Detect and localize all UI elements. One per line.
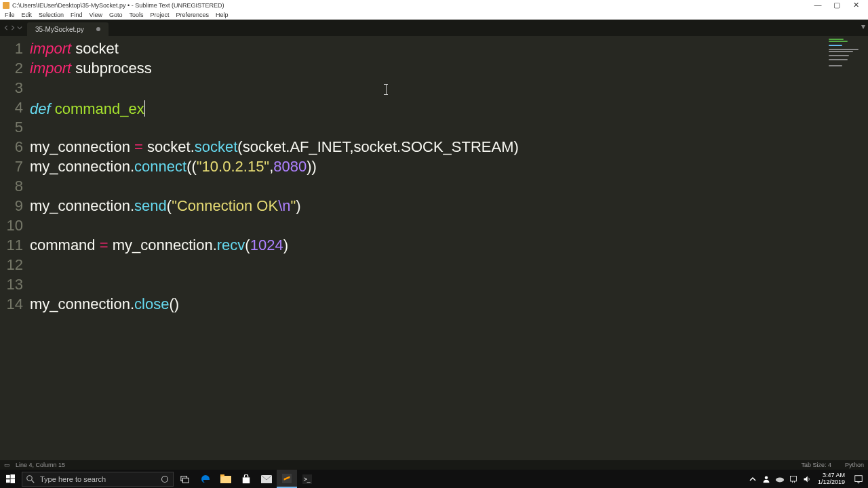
- window-titlebar: C:\Users\IEUser\Desktop\35-MySocket.py •…: [0, 0, 868, 10]
- code-line: [30, 176, 827, 196]
- svg-point-4: [27, 475, 33, 481]
- unsaved-indicator-icon: [96, 27, 100, 31]
- menu-selection[interactable]: Selection: [35, 12, 67, 18]
- mail-icon[interactable]: [256, 470, 277, 488]
- onedrive-icon[interactable]: [773, 470, 787, 488]
- code-line: [30, 274, 827, 294]
- line-number-gutter: 1 2 3 4 5 6 7 8 9 10 11 12 13 14: [0, 36, 30, 460]
- svg-rect-0: [6, 475, 10, 479]
- svg-text:>_: >_: [304, 475, 311, 482]
- code-line: [30, 216, 827, 235]
- menu-bar: File Edit Selection Find View Goto Tools…: [0, 10, 868, 20]
- line-number: 14: [0, 294, 23, 314]
- terminal-icon[interactable]: >_: [297, 470, 317, 488]
- svg-rect-18: [790, 476, 796, 481]
- close-button[interactable]: ✕: [846, 1, 865, 9]
- line-number: 12: [0, 255, 23, 274]
- start-button[interactable]: [0, 470, 20, 488]
- code-line: import subprocess: [30, 58, 827, 78]
- svg-point-16: [765, 476, 768, 479]
- tab-label: 35-MySocket.py: [35, 26, 84, 33]
- svg-rect-10: [220, 474, 224, 476]
- svg-rect-11: [243, 477, 250, 483]
- tab-size[interactable]: Tab Size: 4: [801, 462, 831, 468]
- code-line: command = my_connection.recv(1024): [30, 235, 827, 255]
- taskbar-search[interactable]: Type here to search: [22, 472, 174, 487]
- line-number: 4: [0, 98, 23, 117]
- clock-date: 1/12/2019: [818, 479, 845, 486]
- task-view-button[interactable]: [175, 470, 195, 488]
- cursor-position: Line 4, Column 15: [16, 462, 787, 468]
- system-tray: 3:47 AM 1/12/2019: [746, 470, 868, 488]
- sublime-taskbar-icon[interactable]: [277, 470, 297, 488]
- menu-preferences[interactable]: Preferences: [172, 12, 212, 18]
- editor-area[interactable]: 1 2 3 4 5 6 7 8 9 10 11 12 13 14 import …: [0, 36, 868, 460]
- line-number: 5: [0, 117, 23, 137]
- menu-edit[interactable]: Edit: [18, 12, 36, 18]
- line-number: 8: [0, 176, 23, 196]
- panel-switcher-icon[interactable]: ▭: [4, 462, 10, 468]
- volume-icon[interactable]: [800, 470, 814, 488]
- code-line: def command_ex: [30, 98, 827, 117]
- menu-view[interactable]: View: [86, 12, 106, 18]
- nav-down-icon[interactable]: [17, 25, 22, 30]
- nav-forward-icon[interactable]: [10, 25, 16, 30]
- code-line: my_connection.connect(("10.0.2.15",8080)…: [30, 157, 827, 176]
- tray-expand-icon[interactable]: [746, 470, 760, 488]
- sublime-app-icon: [3, 2, 9, 9]
- taskbar-apps: >_: [175, 470, 317, 488]
- network-icon[interactable]: [787, 470, 800, 488]
- menu-tools[interactable]: Tools: [125, 12, 146, 18]
- editor-ibeam-cursor: [386, 85, 387, 94]
- window-title: C:\Users\IEUser\Desktop\35-MySocket.py •…: [12, 2, 224, 9]
- svg-rect-21: [855, 475, 863, 481]
- cortana-mic-icon[interactable]: [161, 475, 169, 483]
- code-line: my_connection.send("Connection OK\n"): [30, 196, 827, 216]
- store-icon[interactable]: [236, 470, 256, 488]
- file-tab[interactable]: 35-MySocket.py: [27, 22, 108, 36]
- line-number: 6: [0, 137, 23, 157]
- maximize-button[interactable]: ▢: [827, 1, 846, 9]
- syntax-language[interactable]: Python: [845, 462, 864, 468]
- svg-rect-8: [183, 478, 189, 483]
- window-controls: — ▢ ✕: [808, 1, 865, 9]
- code-line: [30, 255, 827, 274]
- line-number: 3: [0, 78, 23, 98]
- svg-rect-1: [10, 474, 15, 479]
- line-number: 13: [0, 274, 23, 294]
- code-content[interactable]: import socket import subprocess def comm…: [30, 36, 827, 460]
- code-line: my_connection = socket.socket(socket.AF_…: [30, 137, 827, 157]
- search-placeholder: Type here to search: [40, 475, 106, 483]
- notification-center-icon[interactable]: [849, 470, 868, 488]
- taskbar-clock[interactable]: 3:47 AM 1/12/2019: [814, 472, 849, 486]
- menu-file[interactable]: File: [1, 12, 18, 18]
- line-number: 10: [0, 216, 23, 235]
- line-number: 2: [0, 58, 23, 78]
- line-number: 7: [0, 157, 23, 176]
- code-line: my_connection.close(): [30, 294, 827, 314]
- menu-help[interactable]: Help: [212, 12, 232, 18]
- text-cursor: [144, 100, 145, 117]
- edge-browser-icon[interactable]: [195, 470, 216, 488]
- windows-logo-icon: [6, 474, 15, 483]
- code-line: import socket: [30, 39, 827, 58]
- menu-find[interactable]: Find: [67, 12, 86, 18]
- menu-project[interactable]: Project: [146, 12, 172, 18]
- line-number: 1: [0, 39, 23, 58]
- file-explorer-icon[interactable]: [216, 470, 236, 488]
- svg-rect-2: [6, 479, 10, 483]
- code-line: [30, 117, 827, 137]
- tab-bar: 35-MySocket.py ▾: [0, 20, 868, 36]
- tab-nav: [1, 20, 24, 36]
- tab-overflow-icon[interactable]: ▾: [861, 22, 865, 31]
- minimap[interactable]: [827, 36, 868, 460]
- people-icon[interactable]: [760, 470, 773, 488]
- nav-back-icon[interactable]: [3, 25, 9, 30]
- svg-point-17: [776, 477, 784, 482]
- minimize-button[interactable]: —: [808, 1, 827, 9]
- svg-rect-3: [10, 479, 15, 484]
- svg-rect-9: [220, 476, 231, 483]
- search-icon: [26, 475, 35, 483]
- menu-goto[interactable]: Goto: [106, 12, 126, 18]
- svg-point-6: [162, 476, 168, 482]
